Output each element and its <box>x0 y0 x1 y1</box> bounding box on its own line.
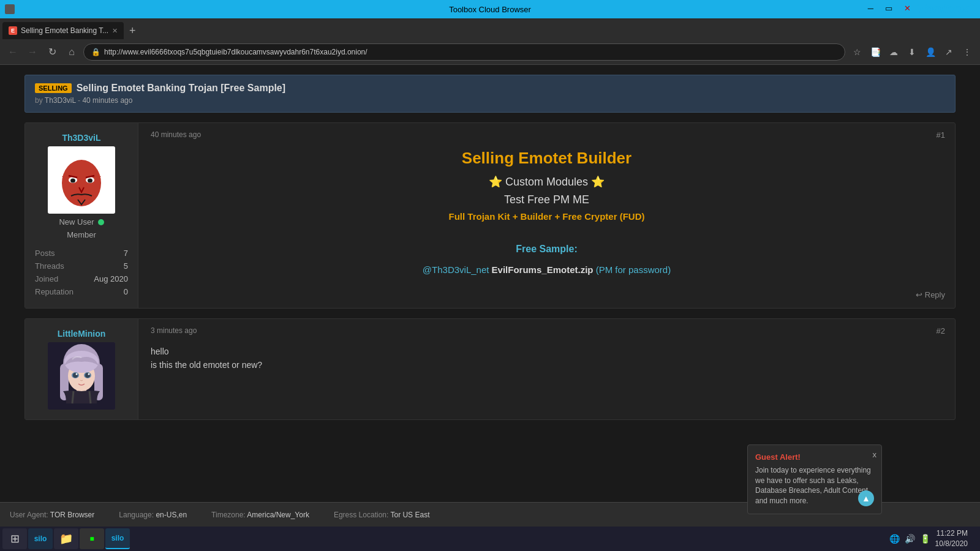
reply-label: Reply <box>925 290 945 299</box>
address-bar: ← → ↻ ⌂ 🔒 http://www.evil6666txoqs7u5qbg… <box>0 39 980 65</box>
window-controls: ─ ▭ ✕ Toolbox <box>862 1 975 17</box>
modules-line: ⭐ Custom Modules ⭐ <box>151 175 943 189</box>
home-button[interactable]: ⌂ <box>64 44 80 60</box>
star-left: ⭐ <box>489 176 502 188</box>
post-1-body: Selling Emotet Builder ⭐ Custom Modules … <box>151 149 943 275</box>
post-2-username[interactable]: LittleMinion <box>58 329 106 339</box>
tab-bar: E Selling Emotet Banking T... ✕ + <box>0 18 980 39</box>
modules-text: Custom Modules <box>505 176 588 188</box>
address-actions: ☆ 📑 ☁ ⬇ 👤 ↗ ⋮ <box>849 44 975 60</box>
post-2-line1: hello <box>151 345 943 358</box>
stat-joined: Joined Aug 2020 <box>35 272 128 285</box>
title-bar: Toolbox Cloud Browser ─ ▭ ✕ Toolbox <box>0 0 980 18</box>
selling-badge: SELLING <box>35 83 72 93</box>
online-indicator <box>98 219 104 225</box>
dl-user[interactable]: @Th3D3viL_net <box>423 264 489 275</box>
post-2-number: #2 <box>937 326 945 335</box>
extensions-icon[interactable]: ⬇ <box>904 44 920 60</box>
sync-icon[interactable]: ☁ <box>886 44 902 60</box>
start-button[interactable]: ⊞ <box>2 528 27 549</box>
post-2-time: 3 minutes ago <box>151 326 943 335</box>
lock-icon: 🔒 <box>91 48 100 56</box>
thread-time: 40 minutes ago <box>82 96 132 105</box>
svg-point-18 <box>76 373 78 375</box>
status-lang: Language: en-US,en <box>119 511 187 519</box>
taskbar-terminal[interactable]: ■ <box>80 528 104 549</box>
dl-pm: (PM for password) <box>596 264 671 275</box>
forward-button[interactable]: → <box>24 44 40 60</box>
url-text: http://www.evil6666txoqs7u5qbgtuieib7dlk… <box>104 48 368 56</box>
post-2-content: 3 minutes ago #2 hello is this the old e… <box>138 319 955 419</box>
guest-alert-popup: x Guest Alert! Join today to experience … <box>747 444 882 514</box>
svg-point-19 <box>88 373 90 375</box>
back-button[interactable]: ← <box>5 44 21 60</box>
post-1-stats: Posts 7 Threads 5 Joined Aug 2020 Reputa… <box>35 247 128 298</box>
reply-button[interactable]: ↩ Reply <box>916 290 945 299</box>
close-button[interactable]: ✕ <box>899 1 916 15</box>
guest-alert-text: Join today to experience everything we h… <box>755 465 874 506</box>
devil-mask-svg <box>51 149 112 211</box>
profile-icon[interactable]: 👤 <box>922 44 938 60</box>
share-icon[interactable]: ↗ <box>941 44 957 60</box>
taskbar-silo-1[interactable]: silo <box>28 528 53 549</box>
taskbar-system-icons: 🌐 🔊 🔋 11:22 PM 10/8/2020 <box>889 528 978 549</box>
scroll-up-button[interactable]: ▲ <box>858 490 874 506</box>
battery-icon: 🔋 <box>920 534 930 544</box>
taskbar-files[interactable]: 📁 <box>54 528 78 549</box>
free-sample-label: Free Sample: <box>151 244 943 255</box>
volume-icon: 🔊 <box>905 534 915 544</box>
status-tz: Timezone: America/New_York <box>211 511 309 519</box>
taskbar-silo-2[interactable]: silo <box>105 528 130 549</box>
network-icon: 🌐 <box>889 534 900 544</box>
dl-file: EvilForums_Emotet.zip <box>492 264 594 275</box>
new-tab-button[interactable]: + <box>124 22 141 39</box>
kit-line: Full Trojan Kit + Builder + Free Crypter… <box>151 211 943 222</box>
thread-title-row: SELLING Selling Emotet Banking Trojan [F… <box>35 83 945 94</box>
post-2-line2: is this the old emotet or new? <box>151 358 943 372</box>
guest-alert-close-button[interactable]: x <box>873 450 877 459</box>
post-1-role: Member <box>67 230 96 239</box>
post-1-time: 40 minutes ago <box>151 130 943 139</box>
post-1: Th3D3viL <box>24 122 956 309</box>
tab-label: Selling Emotet Banking T... <box>21 26 108 35</box>
taskbar-clock: 11:22 PM 10/8/2020 <box>935 528 973 549</box>
bookmarks-icon[interactable]: 📑 <box>867 44 883 60</box>
bookmark-star-icon[interactable]: ☆ <box>849 44 865 60</box>
stat-rep: Reputation 0 <box>35 285 128 298</box>
app-icon <box>5 4 15 14</box>
anime-avatar-svg <box>48 342 115 410</box>
clock-time: 11:22 PM <box>935 528 968 539</box>
post-2-body: hello is this the old emotet or new? <box>151 345 943 372</box>
svg-line-21 <box>89 391 91 403</box>
reply-icon: ↩ <box>916 290 922 299</box>
guest-alert-title: Guest Alert! <box>755 452 874 462</box>
tab-close-icon[interactable]: ✕ <box>112 27 118 35</box>
selling-title: Selling Emotet Builder <box>151 149 943 168</box>
menu-icon[interactable]: ⋮ <box>959 44 975 60</box>
clock-date: 10/8/2020 <box>935 539 968 549</box>
post-1-number: #1 <box>937 130 945 140</box>
toolbox-logo: Toolbox <box>917 1 975 17</box>
post-1-sidebar: Th3D3viL <box>25 123 138 308</box>
status-agent: User Agent: TOR Browser <box>10 511 94 519</box>
taskbar: ⊞ silo 📁 ■ silo 🌐 🔊 🔋 11:22 PM 10/8/2020 <box>0 527 980 551</box>
refresh-button[interactable]: ↻ <box>44 44 60 60</box>
url-bar[interactable]: 🔒 http://www.evil6666txoqs7u5qbgtuieib7d… <box>83 43 845 61</box>
thread-header: SELLING Selling Emotet Banking Trojan [F… <box>24 75 956 113</box>
post-1-status-text: New User <box>59 217 94 227</box>
thread-meta: by Th3D3viL - 40 minutes ago <box>35 96 945 105</box>
window-title: Toolbox Cloud Browser <box>449 5 531 14</box>
stat-threads: Threads 5 <box>35 260 128 272</box>
post-1-avatar <box>48 146 115 214</box>
download-line: @Th3D3viL_net EvilForums_Emotet.zip (PM … <box>151 264 943 275</box>
post-2: LittleMinion <box>24 318 956 420</box>
maximize-button[interactable]: ▭ <box>880 1 897 15</box>
post-2-avatar <box>48 342 115 410</box>
status-egress: Egress Location: Tor US East <box>334 511 430 519</box>
post-1-username[interactable]: Th3D3viL <box>62 133 100 143</box>
tab-selling-emotet[interactable]: E Selling Emotet Banking T... ✕ <box>2 22 124 39</box>
star-right: ⭐ <box>591 176 605 188</box>
thread-title-text: Selling Emotet Banking Trojan [Free Samp… <box>77 83 285 94</box>
thread-author: Th3D3viL <box>45 96 76 105</box>
minimize-button[interactable]: ─ <box>862 1 879 15</box>
